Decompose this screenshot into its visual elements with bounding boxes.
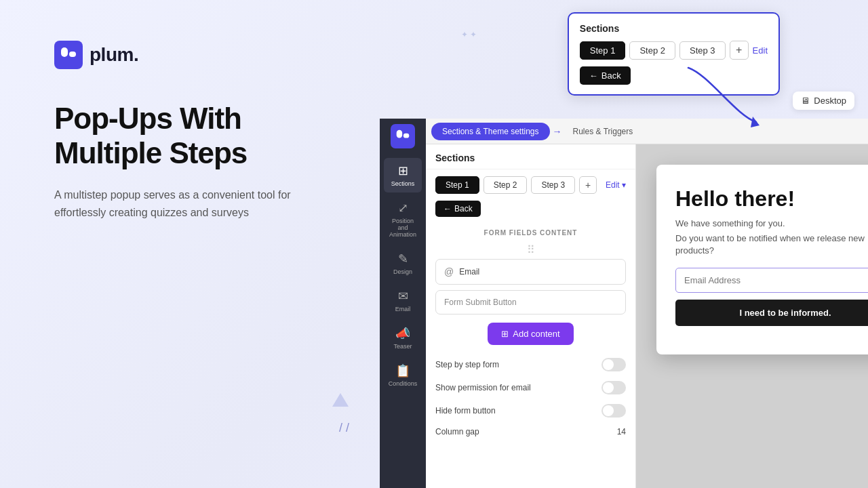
column-gap-value: 14 bbox=[617, 427, 626, 436]
floating-back-btn[interactable]: ← Back bbox=[580, 66, 631, 85]
svg-rect-3 bbox=[397, 130, 402, 138]
floating-steps-row: Step 1 Step 2 Step 3 + Edit bbox=[580, 41, 768, 60]
toggle-hide-btn[interactable] bbox=[601, 404, 626, 418]
step2-btn[interactable]: Step 2 bbox=[484, 176, 528, 194]
popup-title: Hello there! bbox=[675, 186, 868, 211]
conditions-label: Conditions bbox=[389, 380, 418, 387]
email-label: Email bbox=[395, 306, 411, 312]
hero-title: Pop-Ups With Multiple Steps bbox=[54, 102, 339, 170]
teaser-icon: 📣 bbox=[395, 326, 410, 341]
tab-bar: Sections & Theme settings → Rules & Trig… bbox=[426, 119, 868, 144]
toggle-stepbystep-label: Step by step form bbox=[435, 360, 499, 369]
desktop-badge: 🖥 Desktop bbox=[793, 92, 854, 110]
content-panel: Sections Step 1 Step 2 Step 3 + Edit ▾ ←… bbox=[426, 144, 636, 488]
logo-area: plum. bbox=[54, 41, 339, 69]
steps-add-btn[interactable]: + bbox=[579, 176, 597, 194]
svg-rect-1 bbox=[69, 52, 76, 57]
tab-rules-triggers[interactable]: Rules & Triggers bbox=[562, 123, 644, 140]
sidebar-item-teaser[interactable]: 📣 Teaser bbox=[384, 321, 422, 355]
form-fields-label: FORM FIELDS CONTENT bbox=[426, 224, 635, 241]
popup-question: Do you want to be notified when we relea… bbox=[675, 232, 868, 257]
toggle-hide-btn-label: Hide form button bbox=[435, 406, 496, 415]
add-content-label: Add content bbox=[513, 329, 559, 339]
column-gap-row: Column gap 14 bbox=[426, 422, 635, 441]
back-btn[interactable]: ← Back bbox=[435, 201, 481, 217]
sidebar-item-position[interactable]: ⤢ Position and Animation bbox=[384, 195, 422, 243]
svg-rect-0 bbox=[61, 47, 68, 57]
floating-step1-btn[interactable]: Step 1 bbox=[580, 41, 626, 60]
toggle-row-hide-btn: Hide form button bbox=[426, 399, 635, 422]
sidebar-item-email[interactable]: ✉ Email bbox=[384, 283, 422, 318]
email-icon: ✉ bbox=[398, 289, 408, 304]
sidebar-item-sections[interactable]: ⊞ Sections bbox=[384, 158, 422, 192]
steps-edit-btn[interactable]: Edit ▾ bbox=[606, 180, 626, 190]
monitor-icon: 🖥 bbox=[801, 96, 810, 106]
floating-step3-btn[interactable]: Step 3 bbox=[679, 41, 726, 60]
left-panel: plum. Pop-Ups With Multiple Steps A mult… bbox=[0, 0, 380, 221]
popup-preview: Hello there! We have something for you. … bbox=[656, 165, 868, 354]
submit-field-item[interactable]: Form Submit Button bbox=[435, 290, 626, 314]
position-label: Position and Animation bbox=[388, 218, 418, 238]
conditions-icon: 📋 bbox=[395, 363, 410, 378]
email-field-label: Email bbox=[459, 267, 479, 277]
toggle-permission[interactable] bbox=[601, 381, 626, 394]
page-wrapper: plum. Pop-Ups With Multiple Steps A mult… bbox=[0, 0, 868, 488]
popup-submit-btn[interactable]: I need to be informed. bbox=[675, 300, 868, 326]
floating-add-btn[interactable]: + bbox=[730, 41, 749, 60]
design-label: Design bbox=[393, 268, 412, 275]
sections-label: Sections bbox=[391, 180, 415, 187]
sections-panel-header: Sections bbox=[426, 144, 635, 169]
teaser-label: Teaser bbox=[393, 343, 412, 350]
add-content-btn[interactable]: ⊞ Add content bbox=[488, 323, 573, 345]
floating-sections-title: Sections bbox=[580, 23, 768, 34]
sidebar-item-conditions[interactable]: 📋 Conditions bbox=[384, 358, 422, 392]
sidebar-item-design[interactable]: ✎ Design bbox=[384, 246, 422, 281]
submit-field-label: Form Submit Button bbox=[444, 298, 517, 307]
column-gap-label: Column gap bbox=[435, 427, 479, 436]
sidebar-logo bbox=[391, 124, 415, 148]
tab-arrow: → bbox=[553, 126, 562, 137]
logo-text: plum. bbox=[90, 44, 138, 66]
floating-edit-btn[interactable]: Edit bbox=[753, 45, 768, 56]
desktop-label: Desktop bbox=[814, 96, 846, 106]
position-icon: ⤢ bbox=[398, 201, 408, 216]
step3-btn[interactable]: Step 3 bbox=[531, 176, 575, 194]
svg-rect-4 bbox=[403, 134, 409, 138]
popup-email-input[interactable] bbox=[675, 268, 868, 293]
toggle-stepbystep[interactable] bbox=[601, 358, 626, 371]
deco-triangle bbox=[332, 393, 349, 407]
popup-content: Hello there! We have something for you. … bbox=[656, 165, 868, 345]
steps-row: Step 1 Step 2 Step 3 + Edit ▾ bbox=[426, 169, 635, 201]
right-panel: Sections Step 1 Step 2 Step 3 + Edit ← B… bbox=[380, 0, 868, 488]
preview-panel: Hello there! We have something for you. … bbox=[636, 144, 868, 488]
email-field-item[interactable]: @ Email bbox=[435, 259, 626, 285]
toggle-row-stepbystep: Step by step form bbox=[426, 353, 635, 376]
toggle-permission-label: Show permission for email bbox=[435, 383, 531, 392]
toggle-row-permission: Show permission for email bbox=[426, 376, 635, 399]
floating-step2-btn[interactable]: Step 2 bbox=[629, 41, 675, 60]
popup-subtitle: We have something for you. bbox=[675, 218, 868, 228]
email-field-icon: @ bbox=[444, 266, 454, 277]
hero-subtitle: A multistep popup serves as a convenient… bbox=[54, 186, 298, 221]
design-icon: ✎ bbox=[398, 251, 408, 266]
editor-ui: ⊞ Sections ⤢ Position and Animation ✎ De… bbox=[380, 119, 868, 488]
logo-icon bbox=[54, 41, 83, 69]
editor-sidebar: ⊞ Sections ⤢ Position and Animation ✎ De… bbox=[380, 119, 426, 488]
deco-lines-left: / / bbox=[339, 422, 349, 434]
add-content-icon: ⊞ bbox=[501, 329, 509, 339]
drag-handle[interactable]: ⠿ bbox=[426, 243, 635, 256]
step1-btn[interactable]: Step 1 bbox=[435, 176, 479, 194]
sections-icon: ⊞ bbox=[398, 163, 408, 178]
floating-sections-card: Sections Step 1 Step 2 Step 3 + Edit ← B… bbox=[568, 12, 780, 96]
tab-sections-theme[interactable]: Sections & Theme settings bbox=[431, 123, 550, 140]
